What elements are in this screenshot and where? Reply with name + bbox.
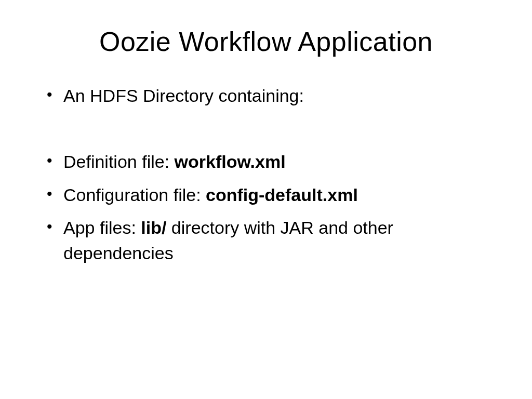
bullet-text: Definition file: xyxy=(63,152,175,171)
bullet-text: workflow.xml xyxy=(175,152,286,171)
bullet-text: Configuration file: xyxy=(63,185,206,205)
bullet-item xyxy=(42,116,496,142)
bullet-item: Definition file: workflow.xml xyxy=(42,149,496,175)
bullet-text: An HDFS Directory containing: xyxy=(63,86,304,105)
bullet-item: An HDFS Directory containing: xyxy=(42,83,496,109)
bullet-item: App files: lib/ directory with JAR and o… xyxy=(42,215,496,267)
bullet-text: App files: xyxy=(63,218,141,237)
slide-title: Oozie Workflow Application xyxy=(36,26,496,57)
slide-content: An HDFS Directory containing:Definition … xyxy=(36,83,496,266)
bullet-list: An HDFS Directory containing:Definition … xyxy=(42,83,496,266)
bullet-item: Configuration file: config-default.xml xyxy=(42,182,496,208)
bullet-text: lib/ xyxy=(141,218,166,237)
bullet-text: config-default.xml xyxy=(206,185,358,205)
